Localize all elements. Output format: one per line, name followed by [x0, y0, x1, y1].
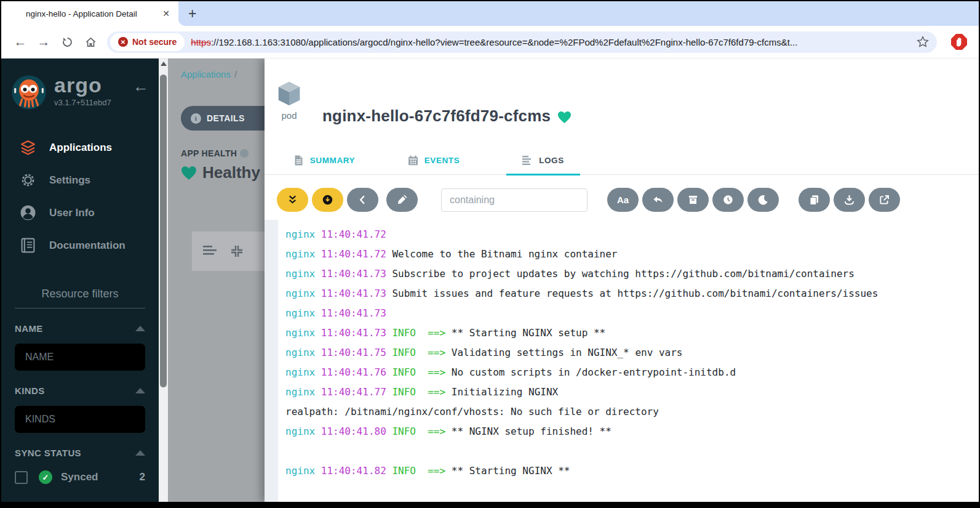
log-line: nginx 11:40:41.77 INFO ==> Initializing … [285, 382, 979, 402]
log-line [285, 441, 979, 461]
details-button[interactable]: i DETAILS [181, 106, 265, 131]
tab-close-icon[interactable]: ✕ [160, 7, 172, 20]
version-label: v3.1.7+511ebd7 [54, 98, 111, 107]
resource-title: nginx-hello-67c7f6fd79-cfcms [322, 86, 572, 146]
pod-cube-icon [277, 81, 301, 107]
healthy-heart-icon [181, 166, 197, 180]
double-chevron-down-icon [287, 195, 298, 205]
log-toolbar-right: Aa [607, 188, 783, 212]
url-text: https://192.168.1.163:31080/applications… [191, 37, 915, 47]
sidebar-item-label: Documentation [49, 240, 125, 252]
collapse-triangle-icon[interactable] [135, 450, 145, 456]
resource-filters: Resource filters NAMEKINDS SYNC STATUS ✓… [1, 288, 159, 484]
sidebar-item-label: Applications [49, 142, 112, 154]
scrollbar-thumb[interactable] [160, 75, 167, 387]
logo-wordmark: argo [54, 75, 111, 97]
download-logs-button[interactable] [834, 188, 865, 212]
browser-tab[interactable]: nginx-hello - Application Detail ✕ [1, 1, 178, 26]
log-line: nginx 11:40:41.76 INFO ==> No custom scr… [285, 363, 979, 382]
panel-header: pod nginx-hello-67c7f6fd79-cfcms [265, 58, 979, 146]
archive-box-icon [688, 195, 698, 205]
page-back-button[interactable] [347, 188, 378, 212]
dimmed-backdrop: Applications/ i DETAILS APP HEALTH Healt… [168, 58, 265, 502]
log-line: nginx 11:40:41.73 Subscribe to project u… [285, 264, 979, 284]
follow-logs-button[interactable] [277, 188, 308, 212]
log-line: nginx 11:40:41.72 Welcome to the Bitnami… [285, 244, 979, 264]
sync-option-synced[interactable]: ✓Synced2 [15, 470, 145, 484]
tab-summary[interactable]: SUMMARY [269, 146, 379, 174]
filter-group-sync-status: SYNC STATUS ✓Synced2 [15, 448, 145, 484]
not-secure-chip[interactable]: ✕ Not secure [110, 33, 185, 51]
log-line: nginx 11:40:41.72 [285, 225, 979, 244]
filter-label: NAME [15, 323, 43, 334]
log-line: nginx 11:40:41.82 INFO ==> ** Starting N… [285, 461, 979, 481]
back-icon[interactable]: ← [10, 31, 31, 52]
vertical-scrollbar[interactable] [159, 58, 168, 502]
url-rest: ://192.168.1.163:31080/applications/argo… [211, 37, 798, 47]
log-filter-input[interactable] [441, 188, 588, 212]
sidebar-collapse-icon[interactable]: ← [133, 78, 149, 94]
document-icon [293, 155, 304, 166]
tab-events[interactable]: EVENTS [379, 146, 488, 174]
filter-group-kinds: KINDS [15, 385, 145, 433]
new-tab-button[interactable]: + [188, 7, 196, 21]
reload-icon[interactable] [57, 31, 78, 52]
collapse-triangle-icon[interactable] [135, 388, 145, 393]
filter-input-kinds[interactable] [15, 406, 145, 433]
dark-mode-button[interactable] [747, 188, 779, 212]
container-select-button[interactable] [677, 188, 709, 212]
tab-label: SUMMARY [310, 156, 355, 165]
sync-option-label: Synced [61, 471, 98, 483]
bookmark-star-icon[interactable] [915, 34, 931, 50]
tab-title: nginx-hello - Application Detail [26, 9, 154, 18]
blocker-extension-icon[interactable] [950, 33, 968, 50]
collapse-all-icon[interactable] [230, 245, 244, 257]
moon-icon [758, 195, 768, 205]
wrap-lines-button[interactable] [642, 188, 674, 212]
tail-logs-button[interactable] [312, 188, 343, 212]
log-line: nginx 11:40:41.80 INFO ==> ** NGINX setu… [285, 422, 979, 441]
filter-input-name[interactable] [15, 344, 145, 371]
sidebar-item-user-info[interactable]: User Info [1, 196, 159, 229]
collapse-triangle-icon[interactable] [135, 326, 145, 331]
sidebar-item-documentation[interactable]: Documentation [1, 229, 159, 262]
user-icon [20, 204, 36, 221]
app-health-value: Healthy [181, 163, 260, 182]
resource-kind: pod [274, 81, 304, 146]
copy-logs-button[interactable] [799, 188, 830, 212]
app-content: argo v3.1.7+511ebd7 ← ApplicationsSettin… [1, 58, 979, 502]
synced-check-icon: ✓ [39, 470, 52, 484]
download-circle-icon [322, 195, 333, 205]
app-health-label: APP HEALTH [181, 148, 249, 158]
scrollbar-up-arrow-icon[interactable] [161, 62, 167, 66]
info-icon: i [191, 113, 201, 124]
resource-filters-title: Resource filters [15, 288, 145, 308]
match-case-button[interactable]: Aa [607, 188, 639, 212]
log-toolbar: Aa [265, 175, 979, 220]
calendar-icon [408, 155, 418, 166]
open-logs-button[interactable] [869, 188, 900, 212]
url-bar[interactable]: ✕ Not secure https://192.168.1.163:31080… [107, 31, 937, 53]
sidebar-item-settings[interactable]: Settings [1, 164, 159, 196]
healthy-heart-icon [557, 111, 572, 124]
home-icon[interactable] [80, 31, 101, 52]
sync-option-count: 2 [140, 471, 145, 483]
list-view-icon[interactable] [203, 245, 217, 257]
sidebar-item-applications[interactable]: Applications [1, 131, 159, 164]
forward-icon[interactable]: → [33, 31, 54, 52]
filter-label: KINDS [15, 385, 45, 396]
panel-tabs: SUMMARYEVENTSLOGS [265, 146, 979, 175]
highlight-button[interactable] [386, 188, 418, 212]
log-line: nginx 11:40:41.73 INFO ==> ** Starting N… [285, 323, 979, 343]
tab-label: LOGS [539, 156, 564, 165]
tab-logs[interactable]: LOGS [488, 146, 598, 174]
tab-strip-background: + [178, 1, 979, 26]
sidebar-menu: ApplicationsSettingsUser InfoDocumentati… [1, 131, 159, 262]
timestamps-button[interactable] [712, 188, 744, 212]
sidebar-item-label: Settings [49, 174, 90, 187]
wrap-lines-icon [653, 195, 663, 205]
log-viewer[interactable]: nginx 11:40:41.72 nginx 11:40:41.72 Welc… [265, 220, 979, 502]
tab-strip: nginx-hello - Application Detail ✕ + [1, 1, 979, 26]
breadcrumb[interactable]: Applications/ [181, 69, 237, 79]
checkbox[interactable] [15, 471, 28, 484]
